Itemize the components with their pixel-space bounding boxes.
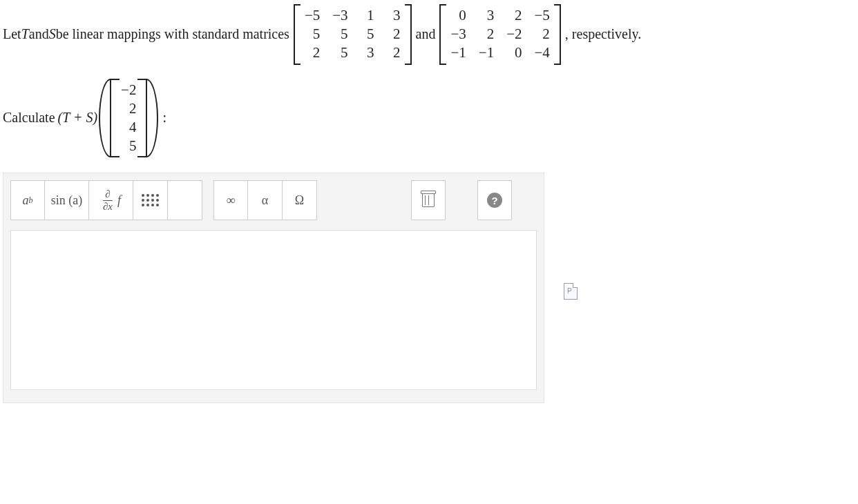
text-colon: : (162, 110, 166, 126)
btn-sin[interactable]: sin (a) (45, 180, 89, 220)
matrix-cell: 3 (387, 7, 401, 24)
matrix-cell: 0 (450, 7, 466, 24)
text-let: Let (3, 26, 21, 42)
question-line-1: Let T and S be linear mappings with stan… (3, 4, 855, 65)
matrix-cell: 2 (387, 44, 401, 61)
matrix-cell: 3 (361, 44, 374, 61)
matrix-cell: −5 (305, 7, 320, 24)
btn-matrix[interactable] (133, 180, 168, 220)
question-line-2: Calculate (T + S) −2245 : (3, 79, 855, 158)
vector-cell: 2 (121, 100, 136, 117)
matrix-cell: 1 (361, 7, 374, 24)
matrix-cell: 5 (305, 26, 320, 43)
text-and-2: and (416, 26, 436, 42)
matrix-cell: −2 (506, 26, 522, 43)
matrix-cell: 3 (479, 7, 494, 24)
vector-argument: −2245 (100, 79, 157, 158)
math-editor: ab sin (a) ∂ ∂x f (3, 173, 544, 403)
page-icon[interactable] (564, 283, 578, 300)
btn-alpha[interactable]: α (248, 180, 283, 220)
alpha-icon: α (262, 193, 268, 208)
editor-toolbar: ab sin (a) ∂ ∂x f (10, 180, 537, 220)
trash-icon (422, 193, 435, 207)
matrix-icon (142, 194, 159, 206)
toolbar-group-actions (411, 180, 446, 220)
matrix-cell: −5 (535, 7, 550, 24)
answer-input[interactable] (10, 230, 537, 390)
matrix-cell: 2 (479, 26, 494, 43)
matrix-cell: −4 (535, 44, 550, 61)
matrix-cell: −1 (479, 44, 494, 61)
text-and-1: and (29, 26, 49, 42)
omega-icon: Ω (295, 193, 304, 208)
matrix-cell: 2 (535, 26, 550, 43)
var-T: T (21, 26, 29, 42)
btn-derivative[interactable]: ∂ ∂x f (89, 180, 133, 220)
vector-cell: 4 (121, 119, 136, 136)
btn-trash[interactable] (411, 180, 446, 220)
matrix-cell: 5 (332, 26, 347, 43)
vector-cell: 5 (121, 137, 136, 155)
text-calculate: Calculate (3, 110, 55, 126)
text-with-matrices: be linear mappings with standard matrice… (56, 26, 289, 42)
vector-cell: −2 (121, 81, 136, 99)
matrix-cell: 2 (387, 26, 401, 43)
matrix-cell: −3 (450, 26, 466, 43)
matrix-B: 032−5−32−22−1−10−4 (439, 4, 560, 65)
btn-infinity[interactable]: ∞ (213, 180, 248, 220)
expr-T-plus-S: (T + S) (58, 110, 98, 126)
btn-omega[interactable]: Ω (283, 180, 317, 220)
help-icon: ? (487, 193, 502, 208)
matrix-cell: 0 (506, 44, 522, 61)
matrix-A: −5−31355522532 (294, 4, 412, 65)
matrix-cell: −1 (450, 44, 466, 61)
btn-help[interactable]: ? (477, 180, 512, 220)
btn-superscript[interactable]: ab (10, 180, 45, 220)
matrix-cell: 2 (506, 7, 522, 24)
matrix-cell: 2 (305, 44, 320, 61)
matrix-cell: −3 (332, 7, 347, 24)
var-S: S (49, 26, 56, 42)
btn-blank[interactable] (168, 180, 202, 220)
toolbar-group-help: ? (477, 180, 512, 220)
infinity-icon: ∞ (227, 193, 236, 208)
question-text: Let T and S be linear mappings with stan… (0, 0, 858, 403)
toolbar-group-math: ab sin (a) ∂ ∂x f (10, 180, 202, 220)
matrix-cell: 5 (332, 44, 347, 61)
matrix-cell: 5 (361, 26, 374, 43)
text-respectively: , respectively. (565, 26, 641, 42)
toolbar-group-symbols: ∞ α Ω (213, 180, 317, 220)
